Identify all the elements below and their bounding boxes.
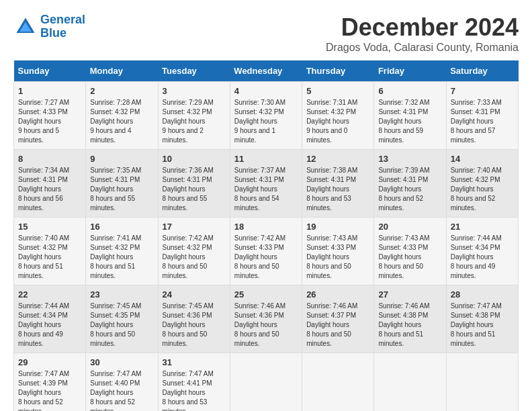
calendar-cell: 27 Sunrise: 7:46 AM Sunset: 4:38 PM Dayl… <box>374 285 446 353</box>
calendar-cell <box>302 353 374 412</box>
weekday-header-friday: Friday <box>374 60 446 82</box>
day-info: Sunrise: 7:44 AM Sunset: 4:34 PM Dayligh… <box>18 302 81 349</box>
day-number: 15 <box>18 222 81 232</box>
day-info: Sunrise: 7:46 AM Sunset: 4:38 PM Dayligh… <box>378 302 441 349</box>
day-number: 5 <box>306 86 369 96</box>
day-info: Sunrise: 7:45 AM Sunset: 4:36 PM Dayligh… <box>163 302 226 349</box>
day-info: Sunrise: 7:39 AM Sunset: 4:31 PM Dayligh… <box>378 166 441 213</box>
day-number: 10 <box>163 154 226 164</box>
day-info: Sunrise: 7:43 AM Sunset: 4:33 PM Dayligh… <box>378 234 441 281</box>
month-title: December 2024 <box>326 13 519 42</box>
day-info: Sunrise: 7:28 AM Sunset: 4:32 PM Dayligh… <box>90 98 153 145</box>
day-number: 27 <box>378 289 441 300</box>
location-title: Dragos Voda, Calarasi County, Romania <box>326 42 519 54</box>
day-number: 6 <box>378 86 441 96</box>
day-info: Sunrise: 7:29 AM Sunset: 4:32 PM Dayligh… <box>163 98 226 145</box>
calendar-cell: 2 Sunrise: 7:28 AM Sunset: 4:32 PM Dayli… <box>86 82 158 150</box>
day-info: Sunrise: 7:45 AM Sunset: 4:35 PM Dayligh… <box>90 302 153 349</box>
week-row-2: 8 Sunrise: 7:34 AM Sunset: 4:31 PM Dayli… <box>14 150 519 218</box>
title-section: December 2024 Dragos Voda, Calarasi Coun… <box>326 13 519 54</box>
calendar-cell: 22 Sunrise: 7:44 AM Sunset: 4:34 PM Dayl… <box>14 285 86 353</box>
calendar-cell: 14 Sunrise: 7:40 AM Sunset: 4:32 PM Dayl… <box>446 150 518 218</box>
calendar-cell: 25 Sunrise: 7:46 AM Sunset: 4:36 PM Dayl… <box>230 285 302 353</box>
day-info: Sunrise: 7:47 AM Sunset: 4:38 PM Dayligh… <box>451 302 514 349</box>
day-number: 30 <box>90 357 153 367</box>
calendar-cell: 5 Sunrise: 7:31 AM Sunset: 4:32 PM Dayli… <box>302 82 374 150</box>
week-row-3: 15 Sunrise: 7:40 AM Sunset: 4:32 PM Dayl… <box>14 218 519 285</box>
day-info: Sunrise: 7:37 AM Sunset: 4:31 PM Dayligh… <box>234 166 298 213</box>
calendar-body: 1 Sunrise: 7:27 AM Sunset: 4:33 PM Dayli… <box>14 82 519 412</box>
calendar-cell: 6 Sunrise: 7:32 AM Sunset: 4:31 PM Dayli… <box>374 82 446 150</box>
day-number: 29 <box>18 357 81 367</box>
calendar-cell <box>230 353 302 412</box>
day-info: Sunrise: 7:36 AM Sunset: 4:31 PM Dayligh… <box>163 166 226 213</box>
calendar-cell: 7 Sunrise: 7:33 AM Sunset: 4:31 PM Dayli… <box>446 82 518 150</box>
week-row-4: 22 Sunrise: 7:44 AM Sunset: 4:34 PM Dayl… <box>14 285 519 353</box>
day-info: Sunrise: 7:43 AM Sunset: 4:33 PM Dayligh… <box>306 234 369 281</box>
calendar-cell: 13 Sunrise: 7:39 AM Sunset: 4:31 PM Dayl… <box>374 150 446 218</box>
calendar-cell: 24 Sunrise: 7:45 AM Sunset: 4:36 PM Dayl… <box>158 285 230 353</box>
calendar-cell: 23 Sunrise: 7:45 AM Sunset: 4:35 PM Dayl… <box>86 285 158 353</box>
day-number: 19 <box>306 222 369 232</box>
day-info: Sunrise: 7:42 AM Sunset: 4:33 PM Dayligh… <box>234 234 298 281</box>
day-number: 13 <box>378 154 441 164</box>
day-number: 11 <box>234 154 298 164</box>
day-number: 3 <box>163 86 226 96</box>
day-number: 9 <box>90 154 153 164</box>
day-info: Sunrise: 7:27 AM Sunset: 4:33 PM Dayligh… <box>18 98 81 145</box>
day-info: Sunrise: 7:32 AM Sunset: 4:31 PM Dayligh… <box>378 98 441 145</box>
calendar-cell: 4 Sunrise: 7:30 AM Sunset: 4:32 PM Dayli… <box>230 82 302 150</box>
week-row-1: 1 Sunrise: 7:27 AM Sunset: 4:33 PM Dayli… <box>14 82 519 150</box>
day-info: Sunrise: 7:40 AM Sunset: 4:32 PM Dayligh… <box>18 234 81 281</box>
calendar-cell <box>446 353 518 412</box>
calendar-cell: 19 Sunrise: 7:43 AM Sunset: 4:33 PM Dayl… <box>302 218 374 285</box>
calendar-cell <box>374 353 446 412</box>
calendar-cell: 30 Sunrise: 7:47 AM Sunset: 4:40 PM Dayl… <box>86 353 158 412</box>
day-number: 26 <box>306 289 369 300</box>
day-info: Sunrise: 7:38 AM Sunset: 4:31 PM Dayligh… <box>306 166 369 213</box>
day-info: Sunrise: 7:34 AM Sunset: 4:31 PM Dayligh… <box>18 166 81 213</box>
day-number: 28 <box>451 289 514 300</box>
calendar-cell: 28 Sunrise: 7:47 AM Sunset: 4:38 PM Dayl… <box>446 285 518 353</box>
weekday-header-sunday: Sunday <box>14 60 86 82</box>
day-number: 2 <box>90 86 153 96</box>
calendar-cell: 11 Sunrise: 7:37 AM Sunset: 4:31 PM Dayl… <box>230 150 302 218</box>
calendar-header: SundayMondayTuesdayWednesdayThursdayFrid… <box>14 60 519 82</box>
day-info: Sunrise: 7:44 AM Sunset: 4:34 PM Dayligh… <box>451 234 514 281</box>
day-number: 1 <box>18 86 81 96</box>
day-info: Sunrise: 7:47 AM Sunset: 4:40 PM Dayligh… <box>90 369 153 411</box>
calendar-cell: 31 Sunrise: 7:47 AM Sunset: 4:41 PM Dayl… <box>158 353 230 412</box>
calendar-cell: 21 Sunrise: 7:44 AM Sunset: 4:34 PM Dayl… <box>446 218 518 285</box>
day-number: 17 <box>163 222 226 232</box>
page-header: General Blue December 2024 Dragos Voda, … <box>13 13 519 54</box>
weekday-row: SundayMondayTuesdayWednesdayThursdayFrid… <box>14 60 519 82</box>
day-info: Sunrise: 7:35 AM Sunset: 4:31 PM Dayligh… <box>90 166 153 213</box>
calendar-table: SundayMondayTuesdayWednesdayThursdayFrid… <box>13 60 519 411</box>
logo-text: General Blue <box>40 13 85 40</box>
day-number: 4 <box>234 86 298 96</box>
day-number: 8 <box>18 154 81 164</box>
weekday-header-wednesday: Wednesday <box>230 60 302 82</box>
day-number: 31 <box>163 357 226 367</box>
weekday-header-thursday: Thursday <box>302 60 374 82</box>
calendar-cell: 16 Sunrise: 7:41 AM Sunset: 4:32 PM Dayl… <box>86 218 158 285</box>
day-number: 23 <box>90 289 153 300</box>
calendar-cell: 10 Sunrise: 7:36 AM Sunset: 4:31 PM Dayl… <box>158 150 230 218</box>
calendar-cell: 9 Sunrise: 7:35 AM Sunset: 4:31 PM Dayli… <box>86 150 158 218</box>
day-number: 12 <box>306 154 369 164</box>
calendar-cell: 12 Sunrise: 7:38 AM Sunset: 4:31 PM Dayl… <box>302 150 374 218</box>
day-number: 18 <box>234 222 298 232</box>
weekday-header-saturday: Saturday <box>446 60 518 82</box>
day-info: Sunrise: 7:30 AM Sunset: 4:32 PM Dayligh… <box>234 98 298 145</box>
day-number: 21 <box>451 222 514 232</box>
day-info: Sunrise: 7:47 AM Sunset: 4:41 PM Dayligh… <box>163 369 226 411</box>
calendar-cell: 20 Sunrise: 7:43 AM Sunset: 4:33 PM Dayl… <box>374 218 446 285</box>
day-number: 20 <box>378 222 441 232</box>
day-info: Sunrise: 7:42 AM Sunset: 4:32 PM Dayligh… <box>163 234 226 281</box>
day-info: Sunrise: 7:47 AM Sunset: 4:39 PM Dayligh… <box>18 369 81 411</box>
weekday-header-tuesday: Tuesday <box>158 60 230 82</box>
calendar-cell: 29 Sunrise: 7:47 AM Sunset: 4:39 PM Dayl… <box>14 353 86 412</box>
calendar-cell: 1 Sunrise: 7:27 AM Sunset: 4:33 PM Dayli… <box>14 82 86 150</box>
day-info: Sunrise: 7:41 AM Sunset: 4:32 PM Dayligh… <box>90 234 153 281</box>
calendar-cell: 8 Sunrise: 7:34 AM Sunset: 4:31 PM Dayli… <box>14 150 86 218</box>
